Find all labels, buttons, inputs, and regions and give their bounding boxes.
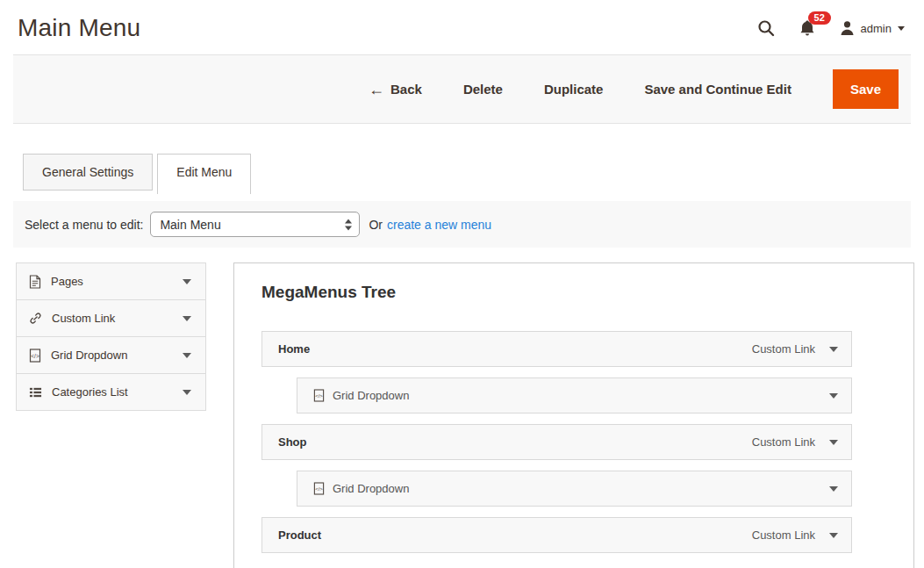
tab-edit-menu[interactable]: Edit Menu — [157, 154, 251, 194]
megamenu-tree: Home Custom Link </> Grid Dropdown Shop — [261, 331, 852, 553]
code-file-icon: </> — [313, 389, 325, 402]
code-file-icon: </> — [313, 482, 325, 495]
menu-select-label: Select a menu to edit: — [25, 218, 143, 232]
delete-button[interactable]: Delete — [463, 82, 503, 97]
chevron-down-icon[interactable] — [829, 533, 838, 538]
sidebar-item-label: Custom Link — [52, 312, 115, 325]
chevron-down-icon — [183, 353, 191, 358]
create-new-menu-link[interactable]: create a new menu — [387, 218, 491, 232]
chevron-down-icon — [183, 316, 191, 321]
tree-row-grid-dropdown[interactable]: </> Grid Dropdown — [297, 377, 852, 413]
sidebar-item-label: Grid Dropdown — [51, 349, 127, 362]
notification-badge[interactable]: 52 — [808, 11, 831, 25]
select-stepper-icon — [345, 219, 352, 230]
action-toolbar: ← Back Delete Duplicate Save and Continu… — [13, 54, 911, 124]
menu-select-band: Select a menu to edit: Main Menu Or crea… — [13, 201, 911, 248]
or-text: Or — [369, 218, 383, 232]
tree-row-shop[interactable]: Shop Custom Link — [261, 424, 852, 460]
chevron-down-icon — [183, 390, 191, 395]
search-icon[interactable] — [757, 19, 775, 37]
tree-row-type: Custom Link — [752, 435, 815, 449]
page-header: Main Menu 52 admin — [0, 0, 924, 54]
page-icon — [29, 275, 41, 289]
menu-select-value: Main Menu — [160, 218, 220, 232]
link-icon — [29, 312, 42, 325]
user-avatar-icon — [840, 20, 855, 36]
save-and-continue-button[interactable]: Save and Continue Edit — [644, 82, 791, 97]
chevron-down-icon[interactable] — [829, 347, 838, 352]
tree-row-product[interactable]: Product Custom Link — [261, 517, 852, 553]
notifications-bell-icon[interactable]: 52 — [799, 19, 815, 37]
content-area: Pages Custom Link </> Grid Dropdown Cate… — [16, 262, 914, 568]
chevron-down-icon[interactable] — [829, 440, 838, 445]
back-arrow-icon: ← — [369, 82, 384, 97]
user-menu[interactable]: admin — [840, 20, 905, 36]
settings-tabs: General Settings Edit Menu — [23, 154, 924, 194]
chevron-down-icon[interactable] — [829, 393, 838, 399]
tree-row-home[interactable]: Home Custom Link — [261, 331, 852, 367]
tree-row-grid-dropdown[interactable]: </> Grid Dropdown — [297, 471, 852, 507]
sidebar-item-pages[interactable]: Pages — [17, 263, 205, 300]
duplicate-button[interactable]: Duplicate — [544, 82, 604, 97]
chevron-down-icon — [183, 279, 191, 284]
save-button[interactable]: Save — [833, 69, 899, 109]
svg-text:</>: </> — [315, 393, 323, 399]
caret-down-icon — [898, 26, 905, 31]
megamenus-tree-title: MegaMenus Tree — [261, 283, 913, 302]
header-actions: 52 admin — [757, 19, 905, 37]
tab-general-settings[interactable]: General Settings — [23, 154, 153, 191]
sidebar-item-label: Pages — [51, 275, 83, 288]
menu-select[interactable]: Main Menu — [150, 212, 360, 237]
sidebar-item-label: Categories List — [52, 385, 128, 399]
sidebar-item-categories-list[interactable]: Categories List — [17, 374, 205, 411]
list-icon — [29, 386, 42, 399]
chevron-down-icon[interactable] — [829, 486, 838, 492]
tree-row-type: Custom Link — [752, 528, 815, 542]
megamenu-tree-panel: MegaMenus Tree Home Custom Link </> Grid… — [233, 262, 914, 568]
sidebar-item-custom-link[interactable]: Custom Link — [17, 300, 205, 337]
page-title: Main Menu — [18, 14, 140, 42]
svg-text:</>: </> — [315, 486, 323, 492]
code-file-icon: </> — [29, 349, 41, 363]
back-button[interactable]: ← Back — [369, 82, 422, 97]
sidebar-item-grid-dropdown[interactable]: </> Grid Dropdown — [17, 337, 205, 374]
username: admin — [861, 22, 892, 35]
item-types-sidebar: Pages Custom Link </> Grid Dropdown Cate… — [16, 262, 206, 411]
tree-row-type: Custom Link — [752, 342, 815, 356]
svg-text:</>: </> — [31, 352, 39, 358]
